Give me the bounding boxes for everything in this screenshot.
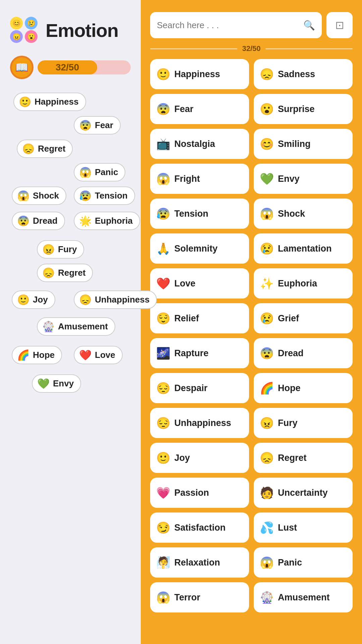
emotion-card-lamentation[interactable]: 😢 Lamentation	[254, 233, 353, 264]
emotion-label-surprise: Surprise	[278, 104, 315, 114]
emotion-label-rapture: Rapture	[174, 348, 208, 359]
emotion-card-terror[interactable]: 😱 Terror	[150, 582, 249, 612]
search-icon[interactable]: 🔍	[303, 20, 315, 31]
emotion-card-regret[interactable]: 😞 Regret	[254, 443, 353, 473]
progress-fill: 32/50	[38, 60, 97, 74]
emotion-label-tension: Tension	[174, 209, 208, 219]
emotion-card-fear[interactable]: 😨 Fear	[150, 94, 249, 124]
logo-face-4: 😮	[25, 30, 38, 43]
left-chip-dread[interactable]: 😨 Dread	[12, 212, 65, 230]
left-chip-tension[interactable]: 😰 Tension	[74, 186, 135, 205]
logo-face-3: 😠	[10, 30, 23, 43]
emotion-card-grief[interactable]: 😢 Grief	[254, 303, 353, 333]
chip-icon-dread: 😨	[17, 216, 29, 226]
counter-row: 32/50	[150, 44, 353, 53]
emotion-card-satisfaction[interactable]: 😏 Satisfaction	[150, 513, 249, 543]
emotion-label-amusement: Amusement	[278, 592, 330, 603]
emotion-card-happiness[interactable]: 🙂 Happiness	[150, 59, 249, 89]
left-chip-shock[interactable]: 😱 Shock	[12, 186, 66, 205]
emotion-label-smiling: Smiling	[278, 139, 311, 149]
chip-label-joy: Joy	[33, 294, 48, 305]
emotion-label-happiness: Happiness	[174, 69, 220, 79]
emotion-card-surprise[interactable]: 😮 Surprise	[254, 94, 353, 124]
chip-icon-hope: 🌈	[17, 350, 29, 360]
left-chip-regret[interactable]: 😞 Regret	[17, 140, 73, 158]
emotion-card-amusement[interactable]: 🎡 Amusement	[254, 582, 353, 612]
chip-label-regret: Regret	[38, 144, 65, 154]
emotion-label-solemnity: Solemnity	[174, 244, 218, 254]
emotion-icon-passion: 💗	[156, 487, 170, 498]
emotion-label-love: Love	[174, 278, 195, 289]
emotion-card-unhappiness[interactable]: 😔 Unhappiness	[150, 408, 249, 438]
emotion-card-fury[interactable]: 😠 Fury	[254, 408, 353, 438]
left-chip-fear[interactable]: 😨 Fear	[74, 116, 121, 135]
emotion-icon-joy: 🙂	[156, 452, 170, 464]
emotion-card-joy[interactable]: 🙂 Joy	[150, 443, 249, 473]
emotion-icon-unhappiness: 😔	[156, 417, 170, 429]
emotion-label-panic: Panic	[278, 557, 302, 568]
emotion-card-nostalgia[interactable]: 📺 Nostalgia	[150, 129, 249, 159]
search-input[interactable]	[157, 20, 299, 31]
emotion-card-lust[interactable]: 💦 Lust	[254, 513, 353, 543]
emotion-card-hope[interactable]: 🌈 Hope	[254, 373, 353, 403]
emotion-card-solemnity[interactable]: 🙏 Solemnity	[150, 233, 249, 264]
emotion-card-panic[interactable]: 😱 Panic	[254, 547, 353, 578]
chip-icon-tension: 😰	[79, 191, 92, 201]
emotion-label-envy: Envy	[278, 174, 300, 184]
left-chip-love[interactable]: ❤️ Love	[74, 346, 123, 364]
emotion-icon-despair: 😔	[156, 382, 170, 394]
left-chip-fury[interactable]: 😠 Fury	[37, 240, 84, 259]
emotion-icon-satisfaction: 😏	[156, 522, 170, 533]
chip-icon-joy: 🙂	[17, 295, 29, 305]
emotion-icon-sadness: 😞	[260, 68, 274, 80]
emotion-icon-lamentation: 😢	[260, 243, 274, 254]
emotion-icon-dread: 😨	[260, 347, 274, 359]
left-chip-joy[interactable]: 🙂 Joy	[12, 290, 55, 309]
left-chip-hope[interactable]: 🌈 Hope	[12, 346, 62, 364]
emotion-icon-regret: 😞	[260, 452, 274, 464]
left-chip-panic[interactable]: 😱 Panic	[74, 163, 125, 181]
progress-text: 32/50	[56, 62, 79, 73]
emotion-icon-relief: 😌	[156, 313, 170, 324]
emotion-card-despair[interactable]: 😔 Despair	[150, 373, 249, 403]
app-header: 😊 😢 😠 😮 Emotion	[10, 17, 131, 44]
emotion-icon-grief: 😢	[260, 313, 274, 324]
logo-face-1: 😊	[10, 17, 23, 30]
emotion-icon-happiness: 🙂	[156, 68, 170, 80]
emotion-card-smiling[interactable]: 😊 Smiling	[254, 129, 353, 159]
left-chip-amusement[interactable]: 🎡 Amusement	[37, 317, 115, 336]
emotion-label-terror: Terror	[174, 592, 200, 603]
emotion-label-uncertainty: Uncertainty	[278, 488, 328, 498]
left-chip-euphoria[interactable]: 🌟 Euphoria	[74, 212, 140, 230]
emotion-card-love[interactable]: ❤️ Love	[150, 268, 249, 299]
emotion-card-passion[interactable]: 💗 Passion	[150, 478, 249, 508]
left-chip-unhappiness[interactable]: 😞 Unhappiness	[74, 290, 157, 309]
emotions-grid: 🙂 Happiness 😞 Sadness 😨 Fear 😮 Surprise …	[150, 59, 353, 619]
emotion-card-rapture[interactable]: 🌌 Rapture	[150, 338, 249, 368]
emotion-icon-terror: 😱	[156, 592, 170, 603]
emotion-card-shock[interactable]: 😱 Shock	[254, 199, 353, 229]
emotion-icon-uncertainty: 🧑	[260, 487, 274, 498]
left-chip-happiness[interactable]: 🙂 Happiness	[13, 93, 86, 111]
filter-button[interactable]: ⊡	[326, 12, 353, 38]
chip-icon-fear: 😨	[79, 120, 92, 130]
left-chip-envy[interactable]: 💚 Envy	[32, 374, 81, 393]
filter-icon: ⊡	[335, 19, 344, 32]
emotion-label-nostalgia: Nostalgia	[174, 139, 215, 149]
grid-scroll[interactable]: 🙂 Happiness 😞 Sadness 😨 Fear 😮 Surprise …	[150, 59, 353, 637]
emotion-icon-hope: 🌈	[260, 382, 274, 394]
emotion-card-envy[interactable]: 💚 Envy	[254, 164, 353, 194]
emotion-card-uncertainty[interactable]: 🧑 Uncertainty	[254, 478, 353, 508]
emotion-card-dread[interactable]: 😨 Dread	[254, 338, 353, 368]
left-chip-regret2[interactable]: 😞 Regret	[37, 264, 93, 282]
emotion-icon-shock: 😱	[260, 208, 274, 219]
emotion-icon-love: ❤️	[156, 278, 170, 289]
emotion-card-euphoria[interactable]: ✨ Euphoria	[254, 268, 353, 299]
emotion-card-fright[interactable]: 😱 Fright	[150, 164, 249, 194]
emotion-card-relaxation[interactable]: 🧖 Relaxation	[150, 547, 249, 578]
emotion-card-relief[interactable]: 😌 Relief	[150, 303, 249, 333]
chip-icon-happiness: 🙂	[19, 97, 31, 107]
chip-label-shock: Shock	[33, 191, 59, 201]
emotion-card-tension[interactable]: 😰 Tension	[150, 199, 249, 229]
emotion-card-sadness[interactable]: 😞 Sadness	[254, 59, 353, 89]
